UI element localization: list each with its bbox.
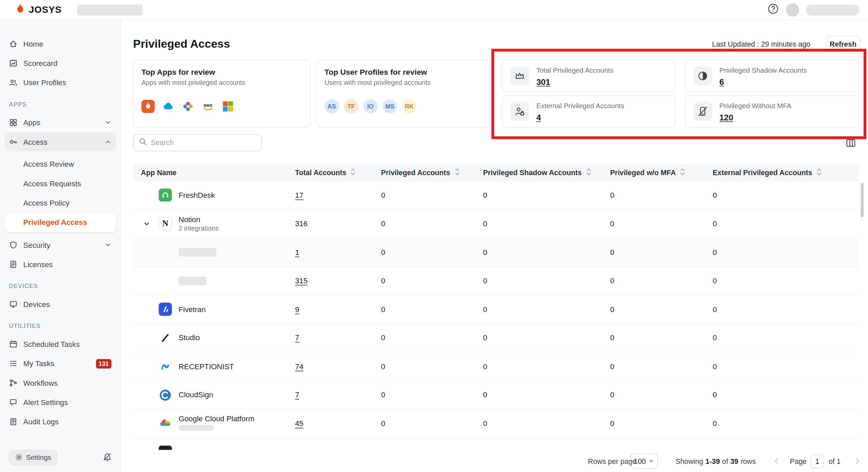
sidebar-item-scorecard[interactable]: Scorecard	[4, 54, 116, 73]
sidebar-item-my-tasks[interactable]: My Tasks 131	[4, 354, 116, 373]
top-apps-subtitle: Apps with most privileged accounts	[141, 79, 302, 87]
rows-per-page-select[interactable]: 100	[630, 453, 658, 469]
brand-name: JOSYS	[29, 4, 62, 15]
sidebar-item-label: Access Review	[23, 160, 74, 169]
stat-card-external-privileged-accounts[interactable]: External Privileged Accounts 4	[502, 95, 675, 127]
orange-flame-app-icon[interactable]	[141, 100, 155, 113]
table-row-receptionist[interactable]: RECEPTIONIST 74 0 0 0 0	[133, 352, 859, 381]
user-avatar-0[interactable]: AS	[325, 99, 339, 114]
stat-value-link[interactable]: 6	[719, 77, 724, 86]
external-accounts-cell: 0	[713, 391, 859, 399]
sort-icon[interactable]	[680, 168, 686, 177]
app-cell: Studio	[133, 324, 295, 352]
help-icon[interactable]	[767, 2, 779, 17]
sidebar-item-access-requests[interactable]: Access Requests	[4, 174, 116, 193]
sidebar-item-alert-settings[interactable]: Alert Settings	[4, 393, 116, 412]
table-row-studio[interactable]: Studio 7 0 0 0 0	[133, 324, 859, 352]
table-header-total-accounts[interactable]: Total Accounts	[295, 168, 381, 177]
total-accounts-link[interactable]: 315	[295, 277, 308, 285]
next-page-button[interactable]	[851, 450, 864, 472]
previous-page-button[interactable]	[770, 450, 783, 472]
table-row-cloudsign[interactable]: CloudSign 7 0 0 0 0	[133, 381, 859, 409]
sidebar-item-licenses[interactable]: Licenses	[4, 255, 116, 274]
sidebar-item-scheduled-tasks[interactable]: Scheduled Tasks	[4, 335, 116, 354]
sort-icon[interactable]	[454, 168, 460, 177]
refresh-button[interactable]: Refresh	[826, 36, 860, 52]
table-row-integration-redacted[interactable]: 1 0 0 0 0	[133, 238, 859, 267]
sidebar-item-access[interactable]: Access	[4, 133, 116, 151]
notifications-off-icon[interactable]	[103, 452, 112, 464]
sidebar-item-label: Scheduled Tasks	[23, 340, 80, 349]
table-header-privileged-accounts[interactable]: Privileged Accounts	[381, 168, 483, 177]
microsoft-icon[interactable]	[221, 100, 235, 113]
total-accounts-link[interactable]: 17	[295, 191, 304, 199]
total-accounts-link[interactable]: 7	[295, 334, 299, 342]
table-row-integration-redacted[interactable]: 315 0 0 0 0	[133, 267, 859, 295]
redacted-app-subtitle	[179, 425, 214, 431]
table-row-notion[interactable]: N Notion 2 integrations 316 0 0 0 0	[133, 210, 859, 238]
total-accounts-link[interactable]: 1	[295, 248, 299, 257]
sort-icon[interactable]	[586, 168, 592, 177]
sidebar-item-user-profiles[interactable]: User Profiles	[4, 73, 116, 92]
mfa-cell: 0	[610, 419, 713, 428]
total-accounts-link[interactable]: 45	[295, 419, 304, 428]
table-header-external-privileged-accounts[interactable]: External Privileged Accounts	[713, 168, 859, 177]
sidebar-item-privileged-access[interactable]: Privileged Access	[4, 213, 116, 232]
privileged-accounts-cell: 0	[381, 362, 483, 371]
stat-card-total-privileged-accounts[interactable]: Total Privileged Accounts 301	[502, 60, 675, 92]
user-avatar-redacted[interactable]	[786, 3, 799, 16]
sidebar-item-security[interactable]: Security	[4, 236, 116, 255]
app-cell: CloudSign	[133, 381, 295, 409]
column-label: Privileged Shadow Accounts	[483, 168, 582, 176]
sidebar-item-devices[interactable]: Devices	[4, 295, 116, 314]
privileged-accounts-cell: 0	[381, 248, 483, 257]
vertical-scrollbar[interactable]	[861, 183, 864, 217]
total-accounts-link[interactable]: 74	[295, 362, 304, 371]
table-header-privileged-shadow-accounts[interactable]: Privileged Shadow Accounts	[483, 168, 610, 177]
user-avatar-4[interactable]: RK	[402, 99, 417, 114]
search-box[interactable]	[133, 134, 262, 151]
sidebar-item-access-policy[interactable]: Access Policy	[4, 193, 116, 213]
stat-value-link[interactable]: 4	[536, 113, 541, 121]
pinwheel-app-icon[interactable]	[181, 100, 195, 113]
stat-value-link[interactable]: 301	[536, 77, 550, 86]
sidebar-item-apps[interactable]: Apps	[4, 113, 116, 132]
aws-icon[interactable]: aws	[201, 100, 215, 113]
page-number-input[interactable]	[810, 454, 824, 468]
collapse-chevron-icon[interactable]	[143, 220, 150, 227]
sidebar-item-home[interactable]: Home	[4, 34, 116, 53]
user-avatar-1[interactable]: TF	[344, 99, 358, 114]
sidebar-item-workflows[interactable]: Workflows	[4, 374, 116, 393]
page-label: Page	[790, 450, 807, 472]
brand-logo[interactable]: JOSYS	[15, 3, 62, 17]
sort-icon[interactable]	[816, 168, 822, 177]
stat-card-privileged-without-mfa[interactable]: Privileged Without MFA 120	[685, 95, 859, 127]
top-apps-title: Top Apps for review	[141, 68, 302, 76]
stat-label: Privileged Shadow Accounts	[719, 67, 807, 74]
user-avatar-2[interactable]: IO	[363, 99, 378, 114]
external-accounts-cell: 0	[713, 191, 859, 199]
total-accounts-link[interactable]: 7	[295, 391, 299, 399]
sidebar-item-access-review[interactable]: Access Review	[4, 155, 116, 174]
table-columns-button[interactable]	[843, 135, 859, 151]
device-slash-icon	[693, 102, 712, 121]
stat-value-link[interactable]: 120	[719, 113, 733, 121]
user-avatar-3[interactable]: MS	[383, 99, 397, 114]
table-header-row: App Name Total Accounts Privileged Accou…	[133, 164, 859, 181]
table-row-partial[interactable]	[133, 438, 859, 450]
search-input[interactable]	[151, 139, 256, 147]
table-header-privileged-wo-mfa[interactable]: Privileged w/o MFA	[610, 168, 713, 177]
total-accounts-link[interactable]: 9	[295, 305, 299, 314]
table-row-google-cloud-platform[interactable]: Google Cloud Platform 45 0 0 0 0	[133, 409, 859, 438]
privileged-accounts-cell: 0	[381, 419, 483, 428]
scorecard-icon	[9, 59, 18, 68]
settings-button[interactable]: Settings	[9, 450, 57, 466]
stat-card-privileged-shadow-accounts[interactable]: Privileged Shadow Accounts 6	[685, 60, 859, 92]
table-row-fivetran[interactable]: Fivetran 9 0 0 0 0	[133, 296, 859, 324]
chevron-down-icon	[105, 242, 112, 249]
rows-per-page-label: Rows per page	[588, 450, 636, 472]
sort-icon[interactable]	[350, 168, 356, 177]
table-row-freshdesk[interactable]: FreshDesk 17 0 0 0 0	[133, 181, 859, 210]
blue-cloud-app-icon[interactable]	[161, 100, 175, 113]
sidebar-item-audit-logs[interactable]: Audit Logs	[4, 412, 116, 431]
